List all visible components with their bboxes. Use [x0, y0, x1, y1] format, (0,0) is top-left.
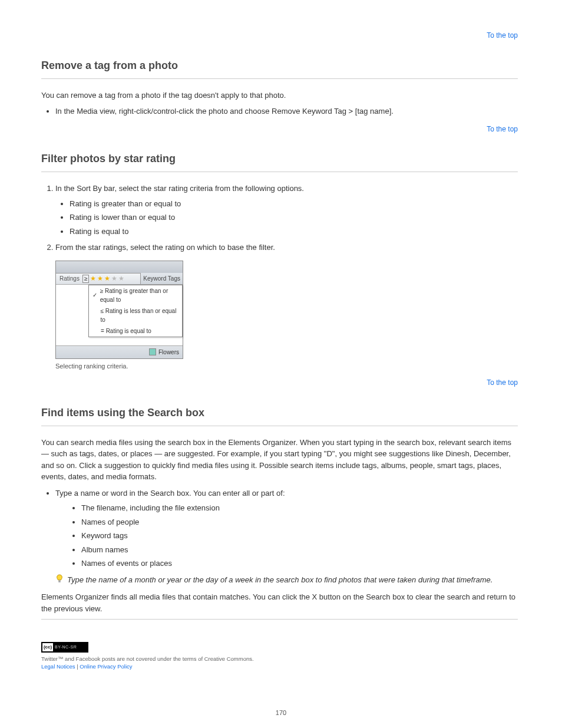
find-subbullet: Names of people: [81, 516, 518, 528]
filter-step-2: From the star ratings, select the rating…: [55, 242, 518, 253]
find-para3: Elements Organizer finds all media files…: [41, 591, 518, 614]
remove-intro: You can remove a tag from a photo if the…: [41, 90, 518, 101]
find-para1: You can search media files using the sea…: [41, 437, 518, 483]
find-subbullet: The filename, including the file extensi…: [81, 502, 518, 514]
to-top-link[interactable]: To the top: [487, 31, 518, 39]
to-top-link[interactable]: To the top: [487, 125, 518, 133]
filter-step-1: In the Sort By bar, select the star rati…: [55, 183, 518, 237]
ratings-label: Ratings: [58, 274, 81, 283]
to-top-link[interactable]: To the top: [487, 378, 518, 387]
star-icon[interactable]: ★: [104, 274, 110, 284]
find-subbullet: Keyword tags: [81, 530, 518, 542]
svg-rect-0: [58, 580, 61, 581]
legal-text: Twitter™ and Facebook posts are not cove…: [41, 655, 518, 671]
ratings-dropdown: ✓ ≥ Rating is greater than or equal to ≤…: [88, 285, 183, 337]
svg-rect-1: [58, 581, 61, 582]
find-subbullet: Names of events or places: [81, 558, 518, 569]
section-title-remove: Remove a tag from a photo: [41, 58, 518, 74]
operator-button[interactable]: ≥: [82, 275, 90, 283]
divider: [41, 172, 518, 172]
divider: [41, 78, 518, 79]
tip-text: Type the name of a month or year or the …: [67, 574, 492, 586]
section-title-filter: Filter photos by star rating: [41, 151, 518, 167]
lightbulb-icon: [55, 574, 64, 587]
divider: [41, 619, 518, 620]
legal-notices-link[interactable]: Legal Notices: [41, 663, 75, 670]
check-icon: ✓: [92, 291, 98, 299]
star-icon[interactable]: ★: [90, 274, 96, 284]
tag-swatch-icon: [149, 348, 156, 355]
filter-substep: Rating is lower than or equal to: [70, 212, 518, 223]
star-icon[interactable]: ★: [118, 274, 124, 284]
figure-caption: Selecting ranking criteria.: [55, 361, 518, 371]
remove-bullet: In the Media view, right-click/control-c…: [55, 106, 518, 117]
dropdown-option[interactable]: ✓ ≥ Rating is greater than or equal to: [89, 285, 182, 305]
ratings-filter-figure: Ratings ≥ ★ ★ ★ ★ ★ Keyword Tags ✓ ≥ Rat…: [55, 261, 183, 359]
star-icon[interactable]: ★: [97, 274, 103, 284]
find-step-main: Type a name or word in the Search box. Y…: [55, 487, 518, 569]
page-number: 170: [0, 708, 562, 718]
section-title-find: Find items using the Search box: [41, 405, 518, 421]
star-icon[interactable]: ★: [111, 274, 117, 284]
find-subbullet: Album names: [81, 544, 518, 556]
privacy-policy-link[interactable]: Online Privacy Policy: [80, 663, 132, 670]
cc-license-badge: (cc) BY-NC-SR: [41, 642, 88, 653]
keyword-tags-label: Keyword Tags: [140, 273, 183, 284]
filter-substep: Rating is greater than or equal to: [70, 198, 518, 210]
divider: [41, 426, 518, 426]
tag-item-label: Flowers: [158, 348, 179, 357]
filter-substep: Rating is equal to: [70, 226, 518, 238]
dropdown-option[interactable]: = Rating is equal to: [89, 325, 182, 337]
dropdown-option[interactable]: ≤ Rating is less than or equal to: [89, 305, 182, 325]
